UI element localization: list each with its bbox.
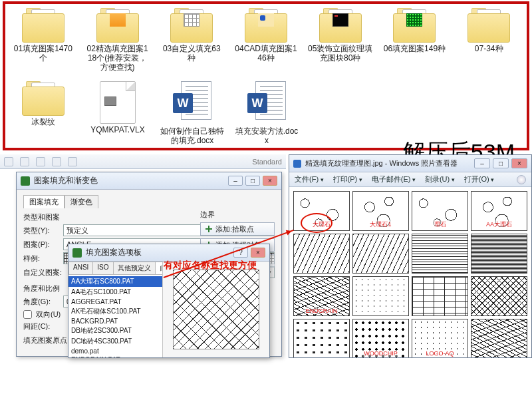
texture-thumb (353, 277, 408, 315)
tab-gradient[interactable]: 渐变色 (65, 195, 98, 208)
palette-tabs: ANSI ISO 其他预定义 自定义 (68, 262, 162, 275)
folder-ice[interactable]: 冰裂纹 (11, 81, 76, 145)
thumb-icon (406, 13, 422, 27)
pattern-item[interactable]: AA大理石SC800.PAT (68, 276, 162, 287)
pattern-item[interactable]: DC地砖4SC300.PAT (68, 336, 162, 347)
app-icon (72, 248, 82, 258)
help-icon[interactable] (517, 175, 526, 184)
texture-thumb (412, 277, 467, 315)
texture-cell[interactable]: 理石 (412, 191, 468, 231)
minimize-button[interactable]: – (228, 176, 243, 186)
folder-01[interactable]: 01填充图案1470个 (11, 8, 76, 72)
explorer-row-1: 01填充图案1470个 02精选填充图案118个(推荐安装，方便查找) 03自定… (7, 8, 525, 72)
folder-icon (393, 8, 436, 43)
photo-viewer-window: 精选填充纹理查理图.jpg - Windows 照片查看器 – □ × 文件(F… (289, 154, 532, 358)
viewer-titlebar[interactable]: 精选填充纹理查理图.jpg - Windows 照片查看器 – □ × (289, 155, 531, 172)
texture-cell[interactable] (293, 319, 350, 357)
left-column: Standard 图案填充和渐变色 – □ × 图案填充 渐变色 类型和图案 类… (0, 154, 286, 358)
hatch-titlebar[interactable]: 图案填充和渐变色 – □ × (17, 172, 281, 190)
texture-cell[interactable] (412, 276, 468, 316)
word-icon: W (247, 81, 286, 125)
menu-open[interactable]: 打开(O) (464, 174, 494, 184)
pattern-items[interactable]: AA大理石SC800.PATAA毛石SC1000.PATAGGREGAT.PAT… (68, 275, 162, 357)
tab-hatch[interactable]: 图案填充 (23, 195, 65, 208)
folder-05[interactable]: 05装饰立面纹理填充图块80种 (308, 8, 373, 72)
texture-label: 大理石 (311, 220, 332, 229)
file-label: YQMKPAT.VLX (90, 125, 145, 134)
folder-07[interactable]: 07-34种 (456, 8, 521, 72)
pattern-item[interactable]: demo.pat (68, 347, 162, 355)
texture-thumb (471, 234, 527, 273)
texture-cell[interactable] (471, 234, 527, 274)
pattern-item[interactable]: ENDGRAIN.PAT (68, 355, 162, 357)
close-button[interactable]: × (511, 158, 527, 168)
menu-print[interactable]: 打印(P) (333, 174, 362, 184)
folder-icon (467, 8, 510, 43)
texture-cell[interactable] (471, 319, 527, 357)
close-button[interactable]: × (263, 176, 277, 186)
menu-burn[interactable]: 刻录(U) (425, 174, 455, 184)
file-vlx[interactable]: YQMKPAT.VLX (85, 81, 150, 145)
texture-thumb (294, 319, 349, 357)
file-docx-install[interactable]: W填充安装方法.docx (234, 81, 299, 145)
menu-file[interactable]: 文件(F) (295, 174, 324, 184)
folder-icon (22, 81, 65, 116)
texture-cell[interactable]: ENDGRAIN (293, 276, 350, 316)
pattern-item[interactable]: AK毛石砌体SC100.PAT (68, 306, 162, 317)
texture-cell[interactable] (293, 234, 350, 274)
pattern-list: ANSI ISO 其他预定义 自定义 AA大理石SC800.PATAA毛石SC1… (68, 262, 163, 357)
texture-cell[interactable]: WOODCHIP (352, 319, 409, 357)
pattern-item[interactable]: DB地砖2SC300.PAT (68, 325, 162, 336)
texture-cell[interactable]: AA大理石 (471, 191, 527, 231)
minimize-button[interactable]: – (474, 158, 490, 168)
tool-button[interactable] (68, 157, 77, 166)
folder-06[interactable]: 06填充图案149种 (382, 8, 448, 72)
texture-cell[interactable]: 大理石 (293, 191, 350, 231)
texture-cell[interactable] (471, 276, 527, 316)
file-docx-howto[interactable]: W如何制作自己独特的填充.docx (160, 81, 225, 145)
tab-custom[interactable]: 自定义 (155, 262, 163, 274)
texture-label: WOODCHIP (362, 350, 399, 357)
folder-04[interactable]: 04CAD填充图案146种 (233, 8, 299, 72)
help-button[interactable]: ? (233, 248, 248, 258)
label-sample: 样例: (23, 254, 59, 264)
texture-cell[interactable]: 大理石1 (352, 191, 409, 231)
tool-button[interactable] (4, 157, 13, 166)
close-button[interactable]: × (251, 248, 265, 258)
texture-cell[interactable] (352, 234, 409, 274)
pattern-preview (163, 262, 269, 357)
tool-button[interactable] (36, 157, 45, 166)
tab-other[interactable]: 其他预定义 (113, 262, 156, 274)
folder-label: 05装饰立面纹理填充图块80种 (308, 44, 373, 63)
texture-label: ENDGRAIN (305, 307, 339, 314)
boundary-title: 边界 (200, 210, 275, 220)
tool-button[interactable] (52, 157, 61, 166)
pattern-item[interactable]: AGGREGAT.PAT (68, 298, 162, 306)
texture-cell[interactable] (352, 276, 409, 316)
folder-label: 03自定义填充63种 (159, 44, 224, 63)
folder-02[interactable]: 02精选填充图案118个(推荐安装，方便查找) (85, 8, 150, 72)
pattern-item[interactable]: BACKGRD.PAT (68, 317, 162, 325)
menu-email[interactable]: 电子邮件(E) (372, 174, 416, 184)
pattern-item[interactable]: AA毛石SC1000.PAT (68, 287, 162, 298)
folder-03[interactable]: 03自定义填充63种 (159, 8, 224, 72)
palette-dialog: 填充图案选项板 ? × ANSI ISO 其他预定义 自定义 AA大理石SC80… (68, 244, 270, 358)
maximize-button[interactable]: □ (493, 158, 509, 168)
folder-label: 06填充图案149种 (384, 44, 446, 53)
texture-thumb (294, 234, 349, 273)
texture-gallery[interactable]: 大理石大理石1理石AA大理石ENDGRAINWOODCHIPLOGO-AQ (289, 187, 531, 357)
texture-cell[interactable] (412, 234, 468, 274)
tab-ansi[interactable]: ANSI (68, 262, 93, 274)
app-toolbar: Standard (0, 154, 286, 169)
explorer-row-2: 冰裂纹 YQMKPAT.VLX W如何制作自己独特的填充.docx W填充安装方… (7, 81, 525, 145)
folder-label: 01填充图案1470个 (11, 44, 76, 63)
palette-titlebar[interactable]: 填充图案选项板 ? × (68, 244, 269, 262)
folder-label: 04CAD填充图案146种 (233, 44, 299, 63)
checkbox-double[interactable] (23, 310, 32, 319)
tab-iso[interactable]: ISO (92, 262, 113, 274)
tool-button[interactable] (20, 157, 29, 166)
thumb-icon (110, 13, 126, 27)
pick-points-button[interactable]: 添加:拾取点 (200, 222, 275, 236)
maximize-button[interactable]: □ (245, 176, 260, 186)
texture-cell[interactable]: LOGO-AQ (412, 319, 468, 357)
